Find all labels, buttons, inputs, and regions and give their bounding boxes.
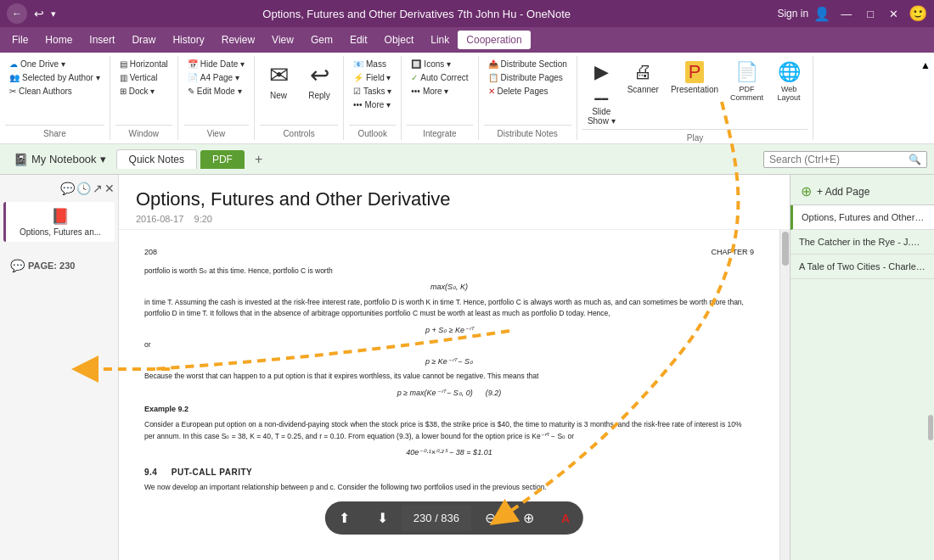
doc-scrollbar[interactable]: [779, 230, 790, 560]
page-list-item-1[interactable]: Options, Futures and Other Deriva...: [791, 205, 934, 230]
restore-button[interactable]: □: [862, 6, 879, 22]
scroll-thumb[interactable]: [782, 232, 789, 266]
pdf-zoom-out-button[interactable]: ⊖: [471, 501, 509, 535]
menu-link[interactable]: Link: [422, 31, 458, 49]
comment-icon[interactable]: 💬: [60, 182, 75, 195]
menu-draw[interactable]: Draw: [123, 31, 164, 49]
minimize-button[interactable]: —: [836, 6, 857, 22]
one-drive-button[interactable]: ☁ One Drive ▾: [5, 58, 104, 70]
distribute-section-label: Distribute Section: [501, 59, 567, 69]
back-button[interactable]: ←: [7, 3, 27, 24]
history-doc-icon[interactable]: 🕓: [76, 182, 91, 195]
icons-button[interactable]: 🔲 Icons ▾: [407, 58, 472, 70]
search-input[interactable]: [769, 154, 905, 165]
web-layout-button[interactable]: 🌐 WebLayout: [770, 58, 807, 105]
clean-authors-button[interactable]: ✂ Clean Authors: [5, 85, 104, 98]
horizontal-icon: ▤: [120, 59, 127, 69]
page-list-item-2[interactable]: The Catcher in the Rye - J.D. Salin...: [791, 230, 934, 255]
ribbon-group-integrate: 🔲 Icons ▾ ✓ Auto Correct ••• More ▾ Inte…: [402, 56, 478, 140]
window-group-label: Window: [115, 125, 172, 138]
tab-add-button[interactable]: +: [248, 150, 269, 169]
menu-insert[interactable]: Insert: [81, 31, 123, 49]
tasks-button[interactable]: ☑ Tasks ▾: [349, 85, 396, 98]
new-icon: ✉: [269, 61, 289, 89]
close-doc-icon[interactable]: ✕: [104, 182, 115, 195]
more-outlook-button[interactable]: ••• More ▾: [349, 98, 396, 111]
distribute-group-label: Distribute Notes: [484, 125, 571, 138]
dock-button[interactable]: ⊞ Dock ▾: [115, 85, 172, 98]
hide-date-button[interactable]: 📅 Hide Date ▾: [183, 58, 249, 70]
menu-home[interactable]: Home: [37, 31, 81, 49]
menu-gem[interactable]: Gem: [302, 31, 341, 49]
undo-icon[interactable]: ↩: [34, 7, 44, 20]
search-icon[interactable]: 🔍: [909, 154, 921, 165]
delete-pages-label: Delete Pages: [498, 87, 549, 96]
share-doc-icon[interactable]: ↗: [93, 182, 103, 195]
page-3-label: A Tale of Two Cities - Charles Dic...: [799, 261, 934, 272]
menu-review[interactable]: Review: [213, 31, 263, 49]
pdf-up-button[interactable]: ⬆: [325, 501, 363, 535]
scanner-icon: 🖨: [633, 61, 652, 83]
field-button[interactable]: ⚡ Field ▾: [349, 71, 396, 84]
attachment-item[interactable]: 📕 Options, Futures an...: [3, 202, 115, 242]
reply-label: Reply: [308, 91, 330, 100]
time-text: 9:20: [194, 214, 212, 224]
distribute-pages-button[interactable]: 📋 Distribute Pages: [484, 71, 571, 84]
quick-notes-label: Quick Notes: [129, 154, 184, 165]
delete-pages-button[interactable]: ✕ Delete Pages: [484, 85, 571, 98]
scanner-button[interactable]: 🖨 Scanner: [622, 58, 664, 98]
dock-label: Dock ▾: [129, 87, 155, 96]
new-label: New: [270, 91, 287, 100]
pdf-zoom-out-icon: ⊖: [485, 510, 496, 526]
more-label: More ▾: [365, 100, 391, 109]
distribute-section-icon: 📤: [488, 59, 498, 69]
slide-show-button[interactable]: ▶▬▬ SlideShow ▾: [582, 58, 621, 129]
pdf-chapter: CHAPTER 9: [711, 247, 754, 259]
pdf-page-separator: /: [435, 512, 441, 524]
right-scroll-thumb[interactable]: [928, 415, 933, 440]
doc-content: 208 CHAPTER 9 portfolio is worth S₀ at t…: [119, 230, 790, 560]
tab-pdf[interactable]: PDF: [200, 150, 245, 169]
horizontal-button[interactable]: ▤ Horizontal: [115, 58, 172, 70]
add-page-button[interactable]: ⊕ + Add Page: [791, 178, 934, 205]
integrate-group-label: Integrate: [407, 125, 472, 138]
menu-cooperation[interactable]: Cooperation: [458, 31, 530, 49]
reply-icon: ↩: [310, 61, 329, 89]
notebook-button[interactable]: 📓 My Notebook ▾: [7, 149, 113, 170]
page-list-item-3[interactable]: A Tale of Two Cities - Charles Dic...: [791, 255, 934, 279]
pdf-label: PDF: [212, 154, 233, 165]
reply-button[interactable]: ↩ Reply: [301, 58, 338, 104]
edit-mode-button[interactable]: ✎ Edit Mode ▾: [183, 85, 249, 98]
menu-view[interactable]: View: [263, 31, 302, 49]
ribbon-collapse[interactable]: ▲: [917, 56, 934, 140]
vertical-button[interactable]: ▥ Vertical: [115, 71, 172, 84]
pdf-comment-button[interactable]: 📄 PDFComment: [725, 58, 768, 105]
selected-by-author-button[interactable]: 👥 Selected by Author ▾: [5, 71, 104, 84]
menu-object[interactable]: Object: [376, 31, 423, 49]
a4-page-button[interactable]: 📄 A4 Page ▾: [183, 71, 249, 84]
auto-correct-label: Auto Correct: [420, 73, 468, 82]
pdf-down-button[interactable]: ⬇: [363, 501, 402, 535]
pdf-file-icon: 📕: [13, 207, 108, 226]
distribute-section-button[interactable]: 📤 Distribute Section: [484, 58, 571, 70]
mass-button[interactable]: 📧 Mass: [349, 58, 396, 70]
pdf-acrobat-button[interactable]: A: [548, 503, 583, 534]
menu-history[interactable]: History: [164, 31, 212, 49]
menu-file[interactable]: File: [3, 31, 37, 49]
menu-edit[interactable]: Edit: [341, 31, 376, 49]
tab-quick-notes[interactable]: Quick Notes: [116, 149, 197, 169]
pdf-toolbar: ⬆ ⬇ 230 / 836 ⊖ ⊕ A: [325, 501, 583, 535]
auto-correct-button[interactable]: ✓ Auto Correct: [407, 71, 472, 84]
right-scrollbar[interactable]: [927, 204, 934, 560]
search-box[interactable]: 🔍: [763, 151, 927, 168]
menu-bar: File Home Insert Draw History Review Vie…: [0, 27, 934, 53]
presentation-button[interactable]: P Presentation: [666, 58, 723, 98]
close-button[interactable]: ✕: [884, 6, 903, 22]
new-button[interactable]: ✉ New: [260, 58, 297, 104]
doc-title: Options, Futures and Other Derivative: [136, 188, 773, 210]
pdf-section: 9.4 PUT-CALL PARITY: [144, 466, 754, 479]
more-integrate-button[interactable]: ••• More ▾: [407, 85, 472, 98]
web-layout-icon: 🌐: [778, 61, 801, 83]
pdf-zoom-in-button[interactable]: ⊕: [509, 501, 548, 535]
sign-in-button[interactable]: Sign in: [777, 8, 808, 20]
